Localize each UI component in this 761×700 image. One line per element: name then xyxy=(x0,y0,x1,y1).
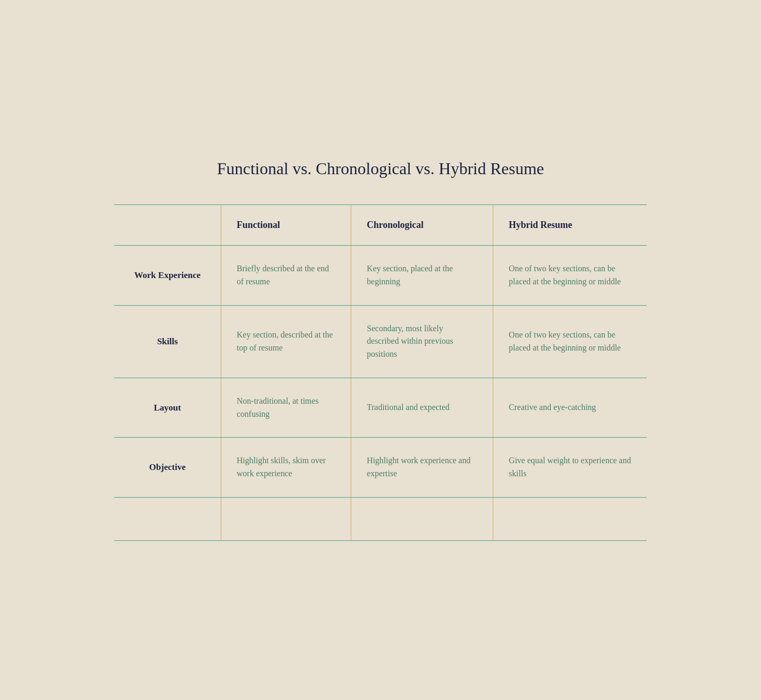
cell-chronological-0: Key section, placed at the beginning xyxy=(351,245,493,305)
cell-functional-3: Highlight skills, skim over work experie… xyxy=(221,438,351,498)
table-row: Work ExperienceBriefly described at the … xyxy=(114,245,647,305)
header-functional: Functional xyxy=(221,204,351,245)
row-label-3: Objective xyxy=(114,438,221,498)
cell-chronological-1: Secondary, most likely described within … xyxy=(351,305,493,378)
empty-row xyxy=(114,498,647,541)
cell-hybrid-0: One of two key sections, can be placed a… xyxy=(493,245,647,305)
header-hybrid: Hybrid Resume xyxy=(493,204,647,245)
empty-cell-0 xyxy=(114,498,221,541)
empty-cell-3 xyxy=(493,498,647,541)
header-empty xyxy=(114,204,221,245)
table-row: LayoutNon-traditional, at times confusin… xyxy=(114,378,647,438)
empty-cell-1 xyxy=(221,498,351,541)
cell-hybrid-1: One of two key sections, can be placed a… xyxy=(493,305,647,378)
cell-functional-2: Non-traditional, at times confusing xyxy=(221,378,351,438)
cell-hybrid-2: Creative and eye-catching xyxy=(493,378,647,438)
header-chronological: Chronological xyxy=(351,204,493,245)
page-container: Functional vs. Chronological vs. Hybrid … xyxy=(93,128,668,572)
row-label-1: Skills xyxy=(114,305,221,378)
cell-hybrid-3: Give equal weight to experience and skil… xyxy=(493,438,647,498)
cell-chronological-2: Traditional and expected xyxy=(351,378,493,438)
table-row: SkillsKey section, described at the top … xyxy=(114,305,647,378)
cell-chronological-3: Highlight work experience and expertise xyxy=(351,438,493,498)
page-title: Functional vs. Chronological vs. Hybrid … xyxy=(114,159,647,178)
row-label-2: Layout xyxy=(114,378,221,438)
cell-functional-1: Key section, described at the top of res… xyxy=(221,305,351,378)
table-row: ObjectiveHighlight skills, skim over wor… xyxy=(114,438,647,498)
comparison-table: Functional Chronological Hybrid Resume W… xyxy=(114,204,647,541)
cell-functional-0: Briefly described at the end of resume xyxy=(221,245,351,305)
row-label-0: Work Experience xyxy=(114,245,221,305)
empty-cell-2 xyxy=(351,498,493,541)
